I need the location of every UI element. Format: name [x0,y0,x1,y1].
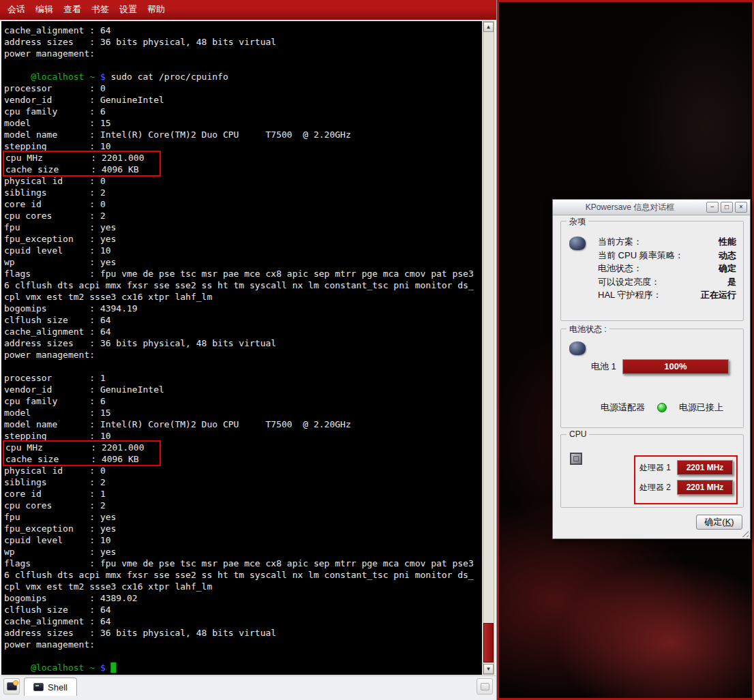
kpowersave-dialog: KPowersave 信息对话框 − □ × 杂项 当前方案： 性能 当前 CP… [552,199,751,539]
terminal-line: 6 clflush dts acpi mmx fxsr sse sse2 ss … [4,569,482,581]
terminal-output[interactable]: cache_alignment : 64address sizes : 36 b… [1,21,482,675]
annotation-highlight-box: cpu MHz : 2201.000cache size : 4096 KB [3,151,161,177]
ok-button-label-end: ) [731,517,734,527]
info-row-battery-state: 电池状态： 确定 [598,262,736,275]
info-value: 是 [727,275,736,289]
info-label: 当前方案： [598,235,642,249]
cpu-row-2: 处理器 2 2201 MHz [639,480,733,495]
scroll-slider[interactable] [483,623,494,663]
terminal-line: cpu cores : 2 [4,500,482,511]
terminal-line: █████@localhost ~ $ sudo cat /proc/cpuin… [4,71,482,82]
kpowersave-icon [569,237,586,250]
info-row-hal-daemon: HAL 守护程序： 正在运行 [598,288,736,302]
terminal-line: physical id : 0 [4,175,482,187]
terminal-line: model name : Intel(R) Core(TM)2 Duo CPU … [4,129,482,140]
scroll-down-icon[interactable]: ▼ [483,664,494,674]
cpu1-frequency-bar: 2201 MHz [677,460,733,475]
terminal-line: fpu_exception : yes [4,233,482,245]
minimize-button[interactable]: − [706,202,719,213]
terminal-line: cache_alignment : 64 [4,615,482,627]
terminal-line: clflush size : 64 [4,314,482,326]
tab-shell[interactable]: Shell [24,678,77,696]
resize-grip[interactable] [740,528,749,537]
info-label: 可以设定亮度： [598,275,660,289]
dialog-titlebar[interactable]: KPowersave 信息对话框 − □ × [553,200,750,215]
battery-progress-bar: 100% [622,359,729,374]
menu-item-bookmarks[interactable]: 书签 [91,3,109,16]
terminal-line: cpu MHz : 2201.000 [5,442,160,453]
screen: 会话 编辑 查看 书签 设置 帮助 cache_alignment : 64ad… [0,0,754,700]
terminal-line: cache_alignment : 64 [4,326,482,337]
cpu1-label: 处理器 1 [639,462,674,474]
terminal-line: wp : yes [4,256,482,268]
close-button[interactable]: × [735,202,747,213]
ok-button-label: 确定( [704,517,725,527]
info-value: 正在运行 [701,288,736,302]
cpu-icon [570,453,582,465]
terminal-line: cpuid level : 10 [4,245,482,256]
menu-item-edit[interactable]: 编辑 [35,3,53,16]
menubar: 会话 编辑 查看 书签 设置 帮助 [0,0,496,20]
terminal-line: vendor_id : GenuineIntel [4,94,482,106]
terminal-line: cache size : 4096 KB [5,453,160,465]
terminal-icon [33,683,44,691]
misc-group-legend: 杂项 [567,216,588,228]
terminal-line: cpl vmx est tm2 ssse3 cx16 xtpr lahf_lm [4,291,482,303]
terminal-line [4,59,482,71]
terminal-line: flags : fpu vme de pse tsc msr pae mce c… [4,268,482,279]
tab-shell-label: Shell [48,682,67,693]
terminal-line: cpu family : 6 [4,106,482,117]
terminal-line: processor : 0 [4,82,482,94]
menu-item-help[interactable]: 帮助 [147,3,165,16]
terminal-line: address sizes : 36 bits physical, 48 bit… [4,627,482,639]
scroll-up-icon[interactable]: ▲ [483,22,494,32]
info-label: 当前 CPU 频率策略： [598,249,684,262]
scrollbar[interactable]: ▲ ▼ [483,21,494,675]
menu-item-settings[interactable]: 设置 [119,3,137,16]
terminal-line [4,361,482,372]
adapter-label: 电源适配器 [601,401,645,414]
session-list-icon [481,683,489,690]
terminal-line: address sizes : 36 bits physical, 48 bit… [4,36,482,48]
terminal-line: cpu family : 6 [4,395,482,407]
menu-item-view[interactable]: 查看 [63,3,81,16]
ok-button[interactable]: 确定(K) [696,515,742,530]
battery-row: 电池 1 100% [591,359,729,374]
terminal-line: cpu MHz : 2201.000 [5,152,160,164]
terminal-line: model : 15 [4,407,482,419]
info-label: 电池状态： [598,262,642,275]
terminal-line: core id : 0 [4,198,482,210]
terminal-line: core id : 1 [4,488,482,500]
dialog-title: KPowersave 信息对话框 [556,202,704,213]
adapter-status: 电源已接上 [679,401,723,414]
terminal-line: power management: [4,48,482,59]
new-session-icon [7,682,17,690]
session-list-button[interactable] [477,678,493,695]
misc-group: 杂项 当前方案： 性能 当前 CPU 频率策略： 动态 电池状态： 确定 可以设… [560,221,744,321]
terminal-line: power management: [4,349,482,361]
terminal-line: wp : yes [4,546,482,558]
maximize-button[interactable]: □ [721,202,733,213]
info-row-scheme: 当前方案： 性能 [598,235,736,249]
info-label: HAL 守护程序： [598,288,661,302]
battery-group-legend: 电池状态 : [567,324,609,335]
menu-item-session[interactable]: 会话 [7,3,25,16]
battery-icon [569,341,586,355]
tab-bar: Shell [1,675,496,696]
adapter-row: 电源适配器 电源已接上 [601,401,723,414]
terminal-line: fpu_exception : yes [4,523,482,534]
terminal-line: 6 clflush dts acpi mmx fxsr sse sse2 ss … [4,279,482,291]
new-session-button[interactable] [3,678,20,695]
terminal-line: model name : Intel(R) Core(TM)2 Duo CPU … [4,419,482,430]
info-value: 性能 [719,235,736,249]
terminal-line: cache size : 4096 KB [5,164,160,175]
terminal-line: cpu cores : 2 [4,210,482,222]
cpu2-frequency-bar: 2201 MHz [677,480,733,495]
info-value: 动态 [719,249,736,262]
terminal-line: processor : 1 [4,372,482,384]
info-row-brightness: 可以设定亮度： 是 [598,275,736,289]
cpu-row-1: 处理器 1 2201 MHz [639,460,733,475]
annotation-highlight-box: cpu MHz : 2201.000cache size : 4096 KB [3,440,161,466]
battery-group: 电池状态 : 电池 1 100% 电源适配器 电源已接上 [560,329,744,428]
terminal-line: model : 15 [4,117,482,129]
